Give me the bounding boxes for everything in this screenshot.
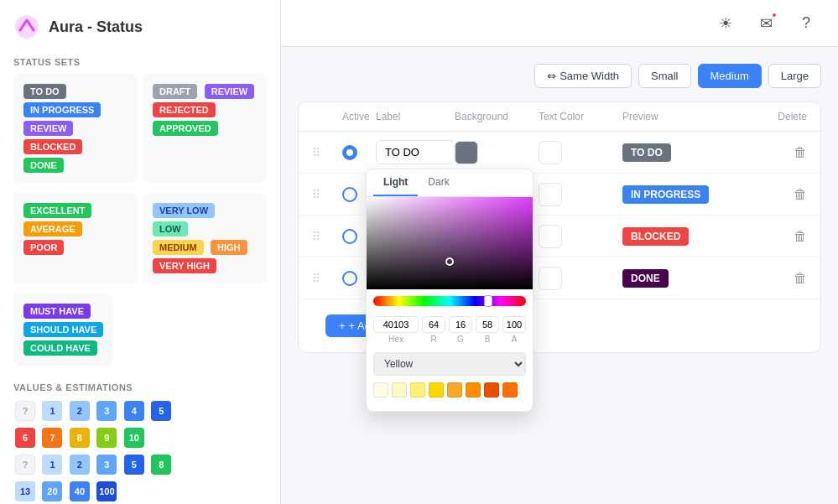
badge-excellent[interactable]: EXCELLENT (23, 203, 91, 218)
num-20[interactable]: 20 (42, 481, 62, 501)
status-group-5[interactable]: MUST HAVE SHOULD HAVE COULD HAVE (13, 294, 113, 366)
drag-handle-3[interactable]: ⠿ (312, 230, 342, 243)
num-13[interactable]: 13 (15, 481, 35, 501)
delete-btn-2[interactable]: 🗑 (757, 187, 807, 202)
num-1[interactable]: 1 (42, 401, 62, 421)
values-label: Values & Estimations (13, 382, 267, 392)
swatch-2[interactable] (392, 382, 407, 397)
b-input-wrap: B (476, 316, 499, 344)
num-1b[interactable]: 1 (42, 455, 62, 475)
swatch-1[interactable] (373, 382, 388, 397)
num-9[interactable]: 9 (96, 428, 117, 448)
delete-btn-1[interactable]: 🗑 (757, 145, 807, 160)
badge-couldhave[interactable]: COULD HAVE (23, 340, 97, 356)
badge-shouldhave[interactable]: SHOULD HAVE (23, 322, 103, 337)
num-3b[interactable]: 3 (96, 455, 117, 475)
active-radio-4[interactable] (342, 271, 357, 286)
num-4[interactable]: 4 (124, 401, 144, 421)
num-q-1[interactable]: ? (15, 401, 35, 421)
num-5[interactable]: 5 (151, 401, 171, 421)
settings-button[interactable]: ☀ (710, 8, 741, 39)
badge-poor[interactable]: POOR (23, 240, 64, 255)
badge-musthave[interactable]: MUST HAVE (23, 304, 91, 319)
picker-tab-light[interactable]: Light (373, 169, 418, 196)
swatch-5[interactable] (447, 382, 462, 397)
num-6[interactable]: 6 (15, 428, 35, 448)
status-group-2[interactable]: DRAFT REVIEW REJECTED APPROVED (143, 74, 267, 183)
badge-low[interactable]: LOW (153, 221, 188, 236)
hue-bar[interactable] (373, 296, 526, 306)
status-group-3[interactable]: EXCELLENT AVERAGE POOR (13, 193, 138, 283)
badge-medium[interactable]: MEDIUM (153, 240, 204, 255)
drag-handle-4[interactable]: ⠿ (312, 272, 342, 285)
same-width-button[interactable]: ⇔ Same Width (534, 64, 632, 88)
num-2b[interactable]: 2 (70, 455, 90, 475)
badge-veryhigh[interactable]: VERY HIGH (153, 258, 216, 273)
large-button[interactable]: Large (768, 64, 821, 88)
active-radio-2[interactable] (342, 187, 357, 202)
badge-inprogress[interactable]: IN PROGRESS (23, 102, 101, 117)
hex-input[interactable] (373, 316, 419, 333)
swatch-3[interactable] (410, 382, 425, 397)
badge-rejected[interactable]: REJECTED (153, 102, 216, 117)
swatch-6[interactable] (466, 382, 481, 397)
status-group-1[interactable]: TO DO IN PROGRESS REVIEW BLOCKED DONE (13, 74, 138, 183)
badge-draft[interactable]: DRAFT (153, 84, 197, 99)
hue-thumb (484, 295, 492, 307)
num-q-2[interactable]: ? (15, 455, 35, 475)
text-swatch-1[interactable] (539, 141, 562, 164)
num-8g[interactable]: 8 (151, 455, 171, 475)
table-row: ⠿ TO DO 🗑 (299, 132, 820, 174)
a-input[interactable] (502, 316, 526, 333)
small-button[interactable]: Small (638, 64, 691, 88)
num-100[interactable]: 100 (96, 481, 117, 501)
drag-handle-1[interactable]: ⠿ (312, 146, 342, 159)
badge-approved[interactable]: APPROVED (153, 121, 218, 136)
badge-review2[interactable]: REVIEW (205, 84, 254, 99)
num-8[interactable]: 8 (70, 428, 90, 448)
badge-done[interactable]: DONE (23, 158, 64, 173)
active-radio-1[interactable] (342, 145, 357, 160)
badge-verylow[interactable]: VERY LOW (153, 203, 215, 218)
num-10[interactable]: 10 (124, 428, 144, 448)
num-7[interactable]: 7 (42, 428, 62, 448)
same-width-icon: ⇔ (547, 70, 556, 82)
delete-btn-3[interactable]: 🗑 (757, 229, 807, 244)
g-input[interactable] (449, 316, 472, 333)
delete-btn-4[interactable]: 🗑 (757, 271, 807, 286)
badge-average[interactable]: AVERAGE (23, 221, 82, 236)
header-preview: Preview (622, 111, 757, 122)
num-40[interactable]: 40 (70, 481, 90, 501)
preset-swatches (367, 379, 533, 401)
help-button[interactable]: ? (791, 8, 821, 39)
picker-tab-dark[interactable]: Dark (418, 169, 459, 196)
drag-handle-2[interactable]: ⠿ (312, 188, 342, 201)
text-swatch-2[interactable] (539, 183, 562, 206)
badge-blocked[interactable]: BLOCKED (23, 139, 82, 154)
label-input-1[interactable] (376, 140, 455, 164)
badge-review[interactable]: REVIEW (23, 121, 73, 136)
preset-select[interactable]: Yellow Red Blue Green (373, 352, 526, 376)
swatch-8[interactable] (502, 382, 518, 397)
swatch-4[interactable] (429, 382, 444, 397)
text-swatch-3[interactable] (539, 225, 562, 248)
gradient-area[interactable] (367, 197, 533, 289)
app-title: Aura - Status (49, 18, 143, 36)
notifications-button[interactable]: ✉ (751, 8, 781, 39)
num-5b[interactable]: 5 (124, 455, 144, 475)
text-swatch-4[interactable] (539, 267, 562, 290)
header-label: Label (376, 111, 455, 122)
r-input[interactable] (422, 316, 445, 333)
main-content: ☀ ✉ ? ⇔ Same Width Small Medium Large Ac… (281, 0, 838, 504)
medium-button[interactable]: Medium (698, 64, 762, 88)
num-3[interactable]: 3 (96, 401, 117, 421)
status-table: Active Label Background Text Color Previ… (298, 101, 821, 353)
badge-high[interactable]: HIGH (211, 240, 247, 255)
active-radio-3[interactable] (342, 229, 357, 244)
num-2[interactable]: 2 (70, 401, 90, 421)
bg-swatch-1[interactable] (455, 141, 478, 164)
swatch-7[interactable] (484, 382, 499, 397)
badge-todo[interactable]: TO DO (23, 84, 66, 99)
b-input[interactable] (476, 316, 499, 333)
status-group-4[interactable]: VERY LOW LOW MEDIUM HIGH VERY HIGH (143, 193, 267, 283)
